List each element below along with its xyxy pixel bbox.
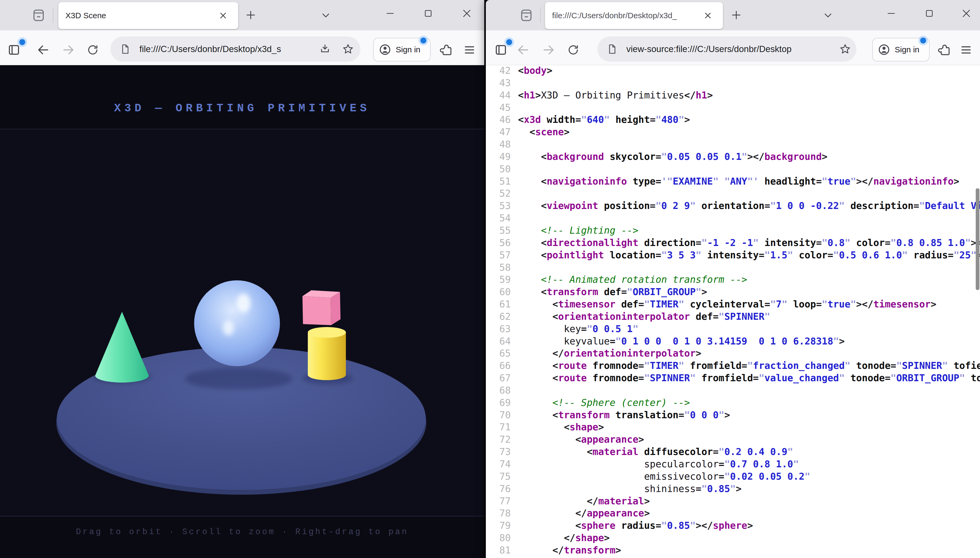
extensions-icon[interactable] [438,43,454,57]
tab-view-source[interactable]: file:///C:/Users/donbr/Desktop/x3d_ [545,2,723,29]
new-tab-icon[interactable] [243,7,259,23]
bookmark-star-icon[interactable] [340,43,355,56]
code-line: 61 <timesensor def="TIMER" cycleinterval… [486,298,980,310]
code-line: 69 <!-- Sphere (center) --> [486,397,980,409]
line-number: 57 [486,249,511,261]
url-fade [300,38,319,61]
page-icon [605,43,619,56]
tab-close-icon[interactable] [702,9,714,22]
new-tab-icon[interactable] [728,7,744,23]
line-number: 74 [486,458,511,470]
tab-x3d-scene[interactable]: X3D Scene [59,2,238,29]
browser-window-source: file:///C:/Users/donbr/Desktop/x3d_ [486,0,980,558]
download-icon[interactable] [317,43,332,56]
code-line: 80 </shape> [486,532,980,544]
line-number: 49 [486,151,511,163]
sidebar-icon[interactable] [7,43,21,57]
tab-title-fade [679,5,698,26]
url-bar[interactable]: file:///C:/Users/donbr/Desktop/x3d_s [110,36,360,62]
sidebar-notification-dot [506,39,512,45]
back-icon[interactable] [515,43,531,57]
list-tabs-chevron-icon[interactable] [820,8,836,23]
view-source-page: 42<body>4344<h1>X3D — Orbiting Primitive… [486,65,980,558]
line-number: 64 [486,335,511,347]
line-number: 62 [486,310,511,323]
sphere-highlight-top [237,294,250,313]
firefox-view-icon[interactable] [30,7,47,24]
line-number: 48 [486,138,511,151]
line-number: 63 [486,323,511,335]
box-side-face [330,292,340,325]
x3d-page: X3D — ORBITING PRIMITIVES [0,65,484,558]
code-line: 77 </material> [486,495,980,507]
line-number: 61 [486,298,511,310]
list-tabs-chevron-icon[interactable] [318,8,334,23]
bookmark-star-icon[interactable] [838,43,852,56]
url-fade [820,38,838,61]
code-line: 44<h1>X3D — Orbiting Primitives</h1> [486,89,980,102]
tab-title: X3D Scene [65,2,216,29]
line-number: 80 [486,532,511,544]
box-front-face [303,296,331,325]
code-line: 65 </orientationinterpolator> [486,347,980,359]
line-number: 68 [486,384,511,397]
cone [95,312,149,382]
window-maximize-button[interactable] [920,5,939,22]
code-line: 55 <!-- Lighting --> [486,224,980,236]
sphere-shadow [185,368,292,389]
browser-window-scene: X3D Scene [0,0,484,558]
line-number: 65 [486,347,511,359]
line-number: 79 [486,519,511,532]
navigation-toolbar: file:///C:/Users/donbr/Desktop/x3d_s Sig… [0,30,484,65]
line-number: 53 [486,200,511,212]
line-number: 45 [486,102,511,114]
code-line: 54 [486,212,980,224]
x3d-canvas[interactable] [0,129,484,517]
code-line: 75 emissivecolor="0.02 0.05 0.2" [486,470,980,483]
sphere-highlight-mid [223,320,234,336]
sign-in-label: Sign in [396,45,420,54]
forward-icon[interactable] [61,43,76,57]
line-number: 56 [486,236,511,249]
scene-3d [0,129,484,516]
code-line: 71 <shape> [486,421,980,433]
line-number: 67 [486,372,511,384]
code-line: 67 <route fromnode="SPINNER" fromfield="… [486,372,980,384]
line-number: 76 [486,483,511,495]
line-number: 72 [486,433,511,446]
code-line: 60 <transform def="ORBIT_GROUP"> [486,286,980,298]
code-line: 43 [486,77,980,89]
code-line: 72 <appearance> [486,433,980,446]
extensions-icon[interactable] [937,43,952,57]
tab-bar: file:///C:/Users/donbr/Desktop/x3d_ [486,0,980,30]
tab-close-icon[interactable] [217,9,229,22]
menu-hamburger-icon[interactable] [462,43,477,57]
window-minimize-button[interactable] [381,5,399,22]
back-icon[interactable] [35,43,51,57]
navigation-toolbar: view-source:file:///C:/Users/donbr/Deskt… [486,30,980,65]
scrollbar-thumb[interactable] [976,188,980,290]
line-number: 78 [486,507,511,519]
page-title: X3D — ORBITING PRIMITIVES [0,102,484,115]
code-line: 62 <orientationinterpolator def="SPINNER… [486,310,980,323]
reload-icon[interactable] [566,43,581,57]
line-number: 42 [486,64,511,77]
code-line: 58 [486,261,980,274]
window-minimize-button[interactable] [882,5,901,22]
forward-icon[interactable] [541,43,556,57]
window-close-button[interactable] [457,5,476,22]
url-bar[interactable]: view-source:file:///C:/Users/donbr/Deskt… [597,36,856,62]
code-line: 50 [486,163,980,175]
code-line: 73 <material diffusecolor="0.2 0.4 0.9" [486,446,980,458]
code-line: 68 [486,384,980,397]
sidebar-notification-dot [19,39,25,45]
reload-icon[interactable] [85,43,100,57]
interaction-hint: Drag to orbit · Scroll to zoom · Right-d… [0,527,484,537]
firefox-view-icon[interactable] [518,7,535,24]
line-number: 58 [486,261,511,274]
window-maximize-button[interactable] [419,5,438,22]
menu-hamburger-icon[interactable] [958,43,974,57]
code-line: 51 <navigationinfo type='"EXAMINE" "ANY"… [486,175,980,187]
sidebar-icon[interactable] [493,43,508,57]
window-close-button[interactable] [957,5,976,22]
